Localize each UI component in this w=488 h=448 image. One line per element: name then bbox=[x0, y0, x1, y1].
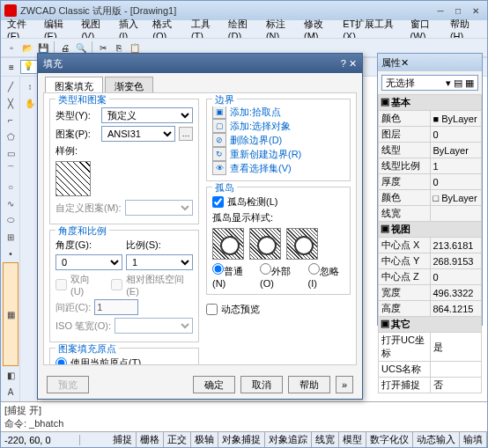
status-toggle[interactable]: 捕捉 bbox=[109, 432, 137, 447]
status-toggle[interactable]: 对象追踪 bbox=[265, 432, 312, 447]
command-area[interactable]: [捕捉 开] 命令: _bhatch bbox=[1, 401, 487, 431]
double-checkbox bbox=[55, 279, 67, 290]
dialog-help-icon[interactable]: ? bbox=[341, 58, 346, 69]
status-toggle[interactable]: 线宽 bbox=[312, 432, 339, 447]
pattern-browse-icon[interactable]: … bbox=[179, 127, 193, 141]
polyline-icon[interactable]: ⌐ bbox=[3, 112, 18, 128]
cancel-button[interactable]: 取消 bbox=[240, 376, 283, 393]
toolbar-draw: ╱ ╳ ⌐ ⬠ ▭ ⌒ ○ ∿ ⬭ ⊞ • ▦ ◧ A bbox=[1, 77, 20, 401]
palette-close-icon[interactable]: ✕ bbox=[401, 57, 409, 69]
add-select-button[interactable]: ▢添加:选择对象 bbox=[212, 119, 344, 133]
group-boundary: 边界 ▣添加:拾取点 ▢添加:选择对象 ⊘删除边界(D) ↻重新创建边界(R) … bbox=[206, 99, 351, 181]
island-outer-radio[interactable]: 外部(O) bbox=[260, 263, 301, 289]
island-detect-checkbox[interactable] bbox=[212, 196, 224, 208]
open-icon[interactable]: 📂 bbox=[20, 40, 34, 55]
point-icon[interactable]: • bbox=[3, 246, 18, 261]
arc-icon[interactable]: ⌒ bbox=[3, 162, 18, 178]
status-toggle[interactable]: 数字化仪 bbox=[366, 432, 413, 447]
island-normal-radio[interactable]: 普通(N) bbox=[212, 263, 253, 289]
origin-current-radio[interactable] bbox=[55, 357, 67, 365]
rectangle-icon[interactable]: ▭ bbox=[3, 145, 18, 161]
custom-pattern-select bbox=[125, 200, 193, 216]
line-icon[interactable]: ╱ bbox=[3, 78, 18, 94]
status-bar: -220, 60, 0 捕捉栅格正交极轴对象捕捉对象追踪线宽模型数字化仪动态输入… bbox=[1, 431, 487, 447]
island-outer-icon[interactable] bbox=[249, 228, 281, 260]
palette-title: 属性 bbox=[381, 56, 401, 70]
status-toggle[interactable]: 动态输入 bbox=[413, 432, 460, 447]
text-icon[interactable]: A bbox=[3, 384, 18, 400]
pattern-swatch[interactable] bbox=[55, 161, 91, 196]
status-toggle[interactable]: 对象捕捉 bbox=[218, 432, 265, 447]
relative-checkbox bbox=[111, 279, 122, 290]
help-button[interactable]: 帮助 bbox=[288, 376, 330, 393]
view-selection-button: 👁查看选择集(V) bbox=[212, 161, 344, 175]
pan-icon[interactable]: ✋ bbox=[22, 95, 38, 111]
selection-dropdown[interactable]: 无选择▾ ▤ ▦ bbox=[381, 75, 478, 91]
properties-palette: 属性✕ 无选择▾ ▤ ▦ 基本颜色■ ByLayer图层0线型ByLayer线型… bbox=[377, 53, 483, 326]
new-icon[interactable]: ▫ bbox=[4, 40, 18, 55]
status-toggle[interactable]: 正交 bbox=[164, 432, 191, 447]
island-ignore-radio[interactable]: 忽略(I) bbox=[308, 263, 345, 289]
view-sel-icon: 👁 bbox=[212, 161, 226, 175]
dynamic-preview-checkbox[interactable] bbox=[206, 304, 218, 315]
angle-select[interactable]: 0 bbox=[55, 254, 122, 270]
menu-bar: 文件(F)编辑(E)视图(V)插入(I)格式(O)工具(T)绘图(D)标注(N)… bbox=[1, 20, 487, 38]
hatch-icon[interactable]: ▦ bbox=[3, 262, 18, 366]
pickpoint-icon: ▣ bbox=[212, 105, 226, 119]
tab-gradient[interactable]: 渐变色 bbox=[105, 77, 153, 92]
status-toggle[interactable]: 极轴 bbox=[191, 432, 218, 447]
recreate-boundary-button: ↻重新创建边界(R) bbox=[212, 147, 344, 161]
recreate-icon: ↻ bbox=[212, 147, 226, 161]
group-type-pattern: 类型和图案 类型(Y):预定义 图案(P):ANSI31… 样例: 自定义图案(… bbox=[49, 99, 199, 224]
xline-icon[interactable]: ╳ bbox=[3, 95, 18, 111]
properties-table: 基本颜色■ ByLayer图层0线型ByLayer线型比例1厚度0颜色□ ByL… bbox=[378, 94, 482, 393]
spacing-input bbox=[94, 299, 138, 315]
status-toggle[interactable]: 栅格 bbox=[137, 432, 164, 447]
select-obj-icon: ▢ bbox=[212, 119, 226, 133]
tab-hatch[interactable]: 图案填充 bbox=[45, 77, 103, 92]
dialog-title: 填充 bbox=[43, 57, 63, 70]
preview-button: 预览 bbox=[47, 376, 89, 393]
group-islands: 孤岛 孤岛检测(L) 孤岛显示样式: 普通(N) 外部(O) 忽略(I) bbox=[206, 187, 351, 295]
remove-boundary-button: ⊘删除边界(D) bbox=[212, 133, 344, 147]
add-pickpoint-button[interactable]: ▣添加:拾取点 bbox=[212, 105, 344, 119]
island-normal-icon[interactable] bbox=[212, 228, 244, 260]
toolbar-modify: ↕ ✋ bbox=[20, 77, 38, 401]
region-icon[interactable]: ◧ bbox=[3, 367, 18, 383]
iso-select bbox=[115, 318, 193, 334]
coordinates: -220, 60, 0 bbox=[1, 435, 80, 445]
dialog-titlebar: 填充 ? ✕ bbox=[38, 54, 362, 73]
group-angle-scale: 角度和比例 角度(G):比例(S): 0 1 双向(U) 相对图纸空间(E) 间… bbox=[49, 230, 199, 342]
layer-icon[interactable]: ≡ bbox=[4, 60, 18, 74]
move-icon[interactable]: ↕ bbox=[22, 78, 38, 94]
hatch-dialog: 填充 ? ✕ 图案填充 渐变色 类型和图案 类型(Y):预定义 图案(P):AN… bbox=[37, 53, 363, 400]
dialog-close-icon[interactable]: ✕ bbox=[349, 58, 357, 70]
spline-icon[interactable]: ∿ bbox=[3, 195, 18, 211]
expand-button[interactable]: » bbox=[336, 376, 353, 393]
status-toggle[interactable]: 模型 bbox=[339, 432, 366, 447]
insert-icon[interactable]: ⊞ bbox=[3, 229, 18, 245]
ok-button[interactable]: 确定 bbox=[193, 376, 235, 393]
scale-select[interactable]: 1 bbox=[126, 254, 193, 270]
group-origin: 图案填充原点 使用当前原点(T) 指定的原点 ⬚单击以设置新原点 默认为边界范围… bbox=[49, 348, 199, 365]
polygon-icon[interactable]: ⬠ bbox=[3, 129, 18, 144]
island-ignore-icon[interactable] bbox=[286, 228, 318, 260]
pattern-select[interactable]: ANSI31 bbox=[101, 126, 175, 142]
ellipse-icon[interactable]: ⬭ bbox=[3, 212, 18, 228]
circle-icon[interactable]: ○ bbox=[3, 179, 18, 195]
type-select[interactable]: 预定义 bbox=[101, 107, 193, 123]
status-toggle[interactable]: 输填 bbox=[460, 432, 487, 447]
remove-icon: ⊘ bbox=[212, 133, 226, 147]
